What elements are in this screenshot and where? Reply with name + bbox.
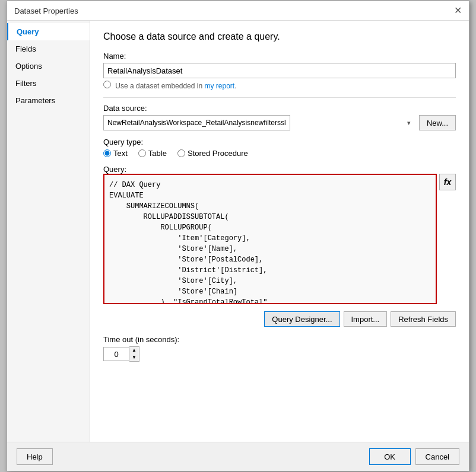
hint-text: Use a dataset embedded in my report. bbox=[103, 81, 456, 90]
radio-text[interactable] bbox=[103, 149, 111, 157]
title-bar: Dataset Properties ✕ bbox=[7, 1, 469, 21]
my-report-link[interactable]: my report bbox=[204, 82, 234, 90]
help-button[interactable]: Help bbox=[17, 448, 53, 465]
datasource-select-wrap: NewRetailAnalysisWorkspace_RetailAnalysi… bbox=[103, 115, 414, 130]
query-box-row: Query: // DAX Query EVALUATE SUMMARIZECO… bbox=[103, 165, 456, 304]
datasource-label: Data source: bbox=[103, 104, 456, 113]
radio-text-label[interactable]: Text bbox=[103, 149, 128, 158]
import-button[interactable]: Import... bbox=[344, 311, 388, 327]
new-datasource-button[interactable]: New... bbox=[419, 115, 456, 130]
query-type-label: Query type: bbox=[103, 138, 456, 146]
name-label: Name: bbox=[103, 52, 456, 60]
sidebar-item-fields[interactable]: Fields bbox=[7, 40, 90, 58]
cancel-button[interactable]: Cancel bbox=[415, 448, 459, 465]
query-label: Query: bbox=[103, 165, 126, 174]
dialog-body: Query Fields Options Filters Parameters … bbox=[7, 21, 469, 442]
datasource-controls: NewRetailAnalysisWorkspace_RetailAnalysi… bbox=[103, 115, 456, 130]
datasource-row: Data source: NewRetailAnalysisWorkspace_… bbox=[103, 104, 456, 130]
name-input[interactable] bbox=[103, 63, 456, 78]
main-content: Choose a data source and create a query.… bbox=[90, 21, 469, 442]
name-row: Name: Use a dataset embedded in my repor… bbox=[103, 52, 456, 90]
query-side-buttons: fx bbox=[439, 174, 456, 304]
dialog-footer: Help OK Cancel bbox=[7, 442, 469, 471]
refresh-fields-button[interactable]: Refresh Fields bbox=[391, 311, 456, 327]
sidebar: Query Fields Options Filters Parameters bbox=[7, 21, 90, 442]
sidebar-item-options[interactable]: Options bbox=[7, 58, 90, 75]
timeout-label: Time out (in seconds): bbox=[103, 335, 456, 344]
query-type-row: Query type: Text Table Stored Procedure bbox=[103, 138, 456, 158]
timeout-up-button[interactable]: ▲ bbox=[129, 347, 139, 354]
ok-button[interactable]: OK bbox=[369, 448, 411, 465]
footer-right: OK Cancel bbox=[369, 448, 459, 465]
query-type-group: Text Table Stored Procedure bbox=[103, 149, 456, 158]
datasource-select[interactable]: NewRetailAnalysisWorkspace_RetailAnalysi… bbox=[103, 115, 290, 130]
query-textarea[interactable]: // DAX Query EVALUATE SUMMARIZECOLUMNS( … bbox=[103, 174, 437, 304]
sidebar-item-parameters[interactable]: Parameters bbox=[7, 92, 90, 109]
dialog-title: Dataset Properties bbox=[14, 7, 78, 15]
fx-button[interactable]: fx bbox=[439, 174, 456, 190]
sidebar-item-query[interactable]: Query bbox=[7, 23, 90, 40]
page-title: Choose a data source and create a query. bbox=[103, 31, 456, 42]
radio-table-label[interactable]: Table bbox=[138, 149, 167, 158]
close-button[interactable]: ✕ bbox=[454, 6, 462, 15]
query-designer-button[interactable]: Query Designer... bbox=[264, 311, 339, 327]
timeout-down-button[interactable]: ▼ bbox=[129, 354, 139, 361]
timeout-input[interactable] bbox=[103, 347, 129, 361]
timeout-row: Time out (in seconds): ▲ ▼ bbox=[103, 335, 456, 362]
radio-stored-label[interactable]: Stored Procedure bbox=[177, 149, 248, 158]
embedded-radio[interactable] bbox=[103, 81, 111, 88]
timeout-input-wrap: ▲ ▼ bbox=[103, 346, 139, 362]
dataset-properties-dialog: Dataset Properties ✕ Query Fields Option… bbox=[7, 1, 469, 471]
query-box-wrapper: // DAX Query EVALUATE SUMMARIZECOLUMNS( … bbox=[103, 174, 456, 304]
radio-stored-procedure[interactable] bbox=[177, 149, 185, 157]
timeout-spinner: ▲ ▼ bbox=[129, 346, 139, 362]
action-row: Query Designer... Import... Refresh Fiel… bbox=[103, 311, 456, 327]
sidebar-item-filters[interactable]: Filters bbox=[7, 75, 90, 92]
radio-table[interactable] bbox=[138, 149, 146, 157]
